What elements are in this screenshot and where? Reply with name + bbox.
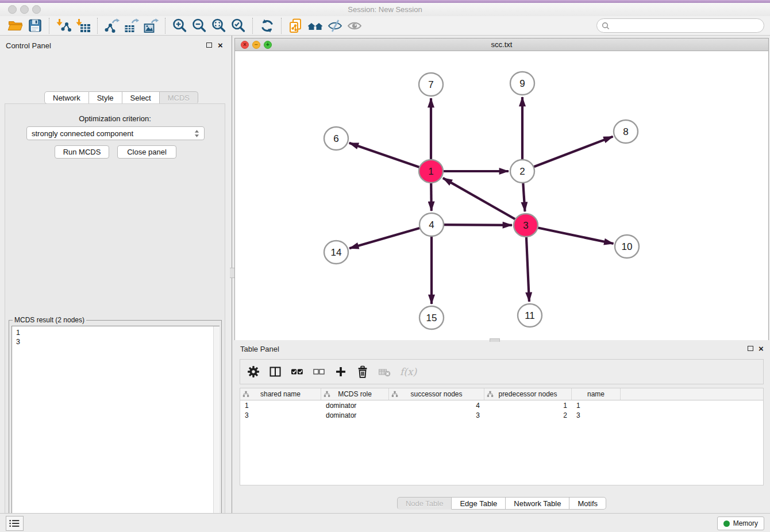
- edge-1-6[interactable]: [349, 143, 431, 171]
- column-header-successor-nodes[interactable]: successor nodes: [389, 388, 484, 400]
- function-builder-button[interactable]: f(x): [400, 366, 417, 377]
- refresh-button[interactable]: [257, 17, 277, 34]
- trash-icon: [356, 365, 369, 378]
- create-column-button[interactable]: [334, 365, 347, 378]
- svg-text:10: 10: [622, 241, 633, 252]
- mcds-result-title: MCDS result (2 nodes): [13, 316, 86, 324]
- node-8[interactable]: 8: [614, 120, 638, 143]
- import-table-button[interactable]: [74, 17, 93, 34]
- criterion-select[interactable]: strongly connected component: [26, 126, 205, 140]
- zoom-selected-button[interactable]: [229, 17, 248, 34]
- select-all-columns-button[interactable]: [291, 365, 303, 378]
- zoom-fit-button[interactable]: [209, 17, 229, 34]
- duplicate-network-button[interactable]: [286, 17, 306, 34]
- network-canvas[interactable]: 7968124314101511: [235, 51, 768, 340]
- open-session-button[interactable]: [6, 17, 25, 34]
- close-panel-icon[interactable]: ×: [218, 42, 223, 49]
- network-graph: 7968124314101511: [235, 51, 768, 340]
- zoom-in-button[interactable]: [170, 17, 190, 34]
- node-1[interactable]: 1: [419, 160, 443, 183]
- column-header-name[interactable]: name: [572, 388, 621, 400]
- mcds-result-text[interactable]: 1 3: [11, 326, 220, 532]
- svg-text:14: 14: [331, 247, 342, 258]
- tab-motifs[interactable]: Motifs: [569, 497, 606, 510]
- table-cell: dominator: [321, 411, 389, 419]
- select-stepper-icon: [194, 129, 199, 138]
- search-input[interactable]: [610, 21, 759, 30]
- app-window: { "app": { "title": "Session: New Sessio…: [0, 0, 770, 532]
- table-cell: 1: [240, 402, 321, 410]
- maximize-view-button[interactable]: +: [264, 41, 272, 49]
- show-network-view-button[interactable]: [345, 17, 364, 34]
- edge-4-14[interactable]: [349, 225, 432, 248]
- column-header-predecessor-nodes[interactable]: predecessor nodes: [484, 388, 572, 400]
- titlebar: Session: New Session: [0, 3, 770, 17]
- result-scrollbar[interactable]: [213, 326, 220, 532]
- delete-table-icon: [378, 365, 391, 378]
- column-header-MCDS-role[interactable]: MCDS role: [321, 388, 389, 400]
- float-table-panel-icon[interactable]: [748, 346, 753, 351]
- tab-network[interactable]: Network: [44, 91, 89, 104]
- refresh-icon: [259, 18, 275, 34]
- delete-table-button[interactable]: [378, 365, 391, 378]
- tab-network-table[interactable]: Network Table: [506, 497, 569, 510]
- import-network-button[interactable]: [54, 17, 74, 34]
- show-all-networks-button[interactable]: [306, 17, 325, 34]
- zoom-out-button[interactable]: [190, 17, 209, 34]
- export-image-button[interactable]: [141, 17, 161, 34]
- deselect-all-columns-button[interactable]: [313, 365, 325, 378]
- svg-text:4: 4: [429, 219, 434, 230]
- export-network-button[interactable]: [102, 17, 122, 34]
- import-table-icon: [75, 18, 91, 34]
- table-row[interactable]: 1dominator411: [240, 400, 763, 410]
- edge-2-8[interactable]: [522, 137, 613, 171]
- table-cell: 2: [484, 411, 572, 419]
- table-cell: 1: [572, 402, 621, 410]
- column-header-shared-name[interactable]: shared name: [240, 388, 321, 400]
- memory-button[interactable]: Memory: [717, 516, 764, 530]
- run-mcds-button[interactable]: Run MCDS: [55, 145, 109, 159]
- delete-column-button[interactable]: [356, 365, 369, 378]
- edge-3-1[interactable]: [443, 178, 526, 225]
- node-2[interactable]: 2: [510, 160, 534, 183]
- node-15[interactable]: 15: [419, 306, 444, 329]
- node-3[interactable]: 3: [514, 214, 538, 237]
- tab-node-table[interactable]: Node Table: [397, 497, 452, 510]
- minimize-view-button[interactable]: −: [252, 41, 260, 49]
- table-row[interactable]: 3dominator323: [240, 410, 763, 420]
- node-7[interactable]: 7: [419, 73, 443, 96]
- close-view-button[interactable]: ×: [241, 41, 249, 49]
- node-6[interactable]: 6: [324, 127, 348, 150]
- node-11[interactable]: 11: [518, 304, 542, 327]
- show-column-panel-button[interactable]: [269, 365, 282, 378]
- node-9[interactable]: 9: [510, 72, 534, 95]
- divider-grip[interactable]: [230, 268, 234, 278]
- float-panel-icon[interactable]: [206, 43, 212, 48]
- hide-network-view-button[interactable]: [325, 17, 345, 34]
- node-14[interactable]: 14: [324, 241, 348, 264]
- svg-text:15: 15: [426, 313, 437, 323]
- svg-text:3: 3: [523, 220, 528, 231]
- svg-text:7: 7: [428, 79, 433, 90]
- save-session-button[interactable]: [25, 17, 45, 34]
- tab-mcds[interactable]: MCDS: [160, 91, 198, 104]
- close-table-panel-icon[interactable]: ×: [759, 345, 764, 352]
- table-settings-button[interactable]: [247, 365, 260, 378]
- tab-select[interactable]: Select: [122, 91, 160, 104]
- eye-slash-icon: [327, 18, 343, 34]
- svg-text:1: 1: [428, 166, 433, 177]
- tab-style[interactable]: Style: [89, 91, 122, 104]
- memory-status-icon: [723, 521, 730, 527]
- node-4[interactable]: 4: [419, 213, 444, 236]
- search-field[interactable]: [596, 18, 764, 33]
- edge-3-10[interactable]: [526, 225, 614, 244]
- tab-edge-table[interactable]: Edge Table: [452, 497, 506, 510]
- checked-boxes-icon: [291, 365, 303, 378]
- panel-divider[interactable]: [230, 36, 234, 513]
- export-table-button[interactable]: [122, 17, 141, 34]
- close-panel-button[interactable]: Close panel: [117, 145, 176, 159]
- node-10[interactable]: 10: [615, 235, 639, 258]
- task-history-button[interactable]: [6, 516, 24, 531]
- tree-icon: [487, 391, 494, 398]
- export-table-icon: [124, 18, 140, 34]
